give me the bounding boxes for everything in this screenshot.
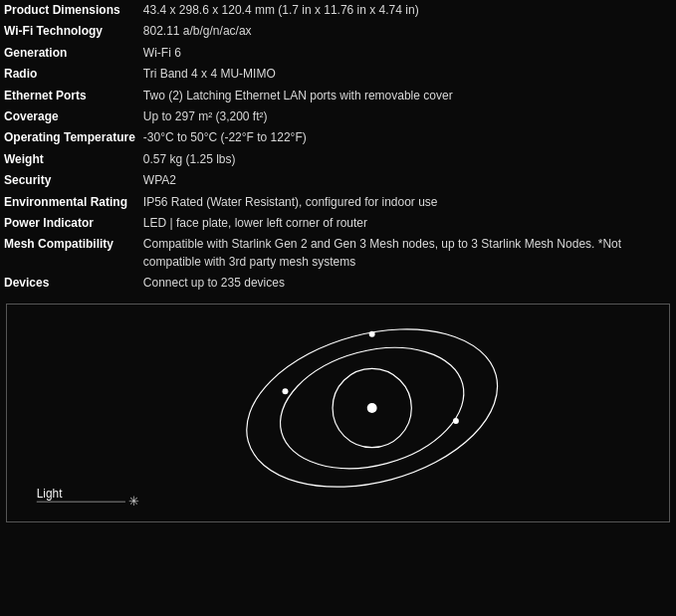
spec-row: Product Dimensions43.4 x 298.6 x 120.4 m… bbox=[0, 0, 676, 21]
spec-label: Environmental Rating bbox=[0, 192, 139, 213]
spec-row: SecurityWPA2 bbox=[0, 170, 676, 191]
diagram-section: ✳ Light bbox=[6, 304, 670, 522]
spec-label: Operating Temperature bbox=[0, 127, 139, 148]
spec-label: Generation bbox=[0, 43, 139, 64]
svg-point-5 bbox=[453, 418, 459, 424]
spec-row: Mesh CompatibilityCompatible with Starli… bbox=[0, 234, 676, 273]
spec-label: Coverage bbox=[0, 106, 139, 127]
spec-label: Devices bbox=[0, 273, 139, 294]
spec-label: Radio bbox=[0, 64, 139, 85]
svg-point-6 bbox=[369, 331, 375, 337]
spec-label: Power Indicator bbox=[0, 213, 139, 234]
spec-row: Ethernet PortsTwo (2) Latching Ethernet … bbox=[0, 86, 676, 106]
spec-value: Two (2) Latching Ethernet LAN ports with… bbox=[139, 86, 676, 106]
spec-label: Wi-Fi Technology bbox=[0, 21, 139, 42]
spec-value: Connect up to 235 devices bbox=[139, 273, 676, 294]
spec-value: Up to 297 m² (3,200 ft²) bbox=[139, 106, 676, 127]
spec-value: 802.11 a/b/g/n/ac/ax bbox=[139, 21, 676, 42]
svg-text:✳: ✳ bbox=[128, 495, 139, 510]
spec-value: Compatible with Starlink Gen 2 and Gen 3… bbox=[139, 234, 676, 273]
spec-value: LED | face plate, lower left corner of r… bbox=[139, 213, 676, 234]
spec-label: Ethernet Ports bbox=[0, 86, 139, 106]
spec-value: -30°C to 50°C (-22°F to 122°F) bbox=[139, 127, 676, 148]
spec-row: Power IndicatorLED | face plate, lower l… bbox=[0, 213, 676, 234]
spec-row: Wi-Fi Technology802.11 a/b/g/n/ac/ax bbox=[0, 21, 676, 42]
spec-value: WPA2 bbox=[139, 170, 676, 191]
spec-value: IP56 Rated (Water Resistant), configured… bbox=[139, 192, 676, 213]
spec-row: Environmental RatingIP56 Rated (Water Re… bbox=[0, 192, 676, 213]
spec-label: Weight bbox=[0, 149, 139, 170]
svg-point-3 bbox=[367, 404, 377, 414]
spec-row: CoverageUp to 297 m² (3,200 ft²) bbox=[0, 106, 676, 127]
spec-value: Tri Band 4 x 4 MU-MIMO bbox=[139, 64, 676, 85]
spec-label: Product Dimensions bbox=[0, 0, 139, 21]
spec-row: RadioTri Band 4 x 4 MU-MIMO bbox=[0, 64, 676, 85]
spec-value: Wi-Fi 6 bbox=[139, 43, 676, 64]
spec-label: Mesh Compatibility bbox=[0, 234, 139, 273]
specs-table: Product Dimensions43.4 x 298.6 x 120.4 m… bbox=[0, 0, 676, 294]
svg-point-4 bbox=[283, 389, 289, 395]
spec-row: GenerationWi-Fi 6 bbox=[0, 43, 676, 64]
spec-row: Weight0.57 kg (1.25 lbs) bbox=[0, 149, 676, 170]
spec-row: Operating Temperature-30°C to 50°C (-22°… bbox=[0, 127, 676, 148]
spec-value: 43.4 x 298.6 x 120.4 mm (1.7 in x 11.76 … bbox=[139, 0, 676, 21]
spec-value: 0.57 kg (1.25 lbs) bbox=[139, 149, 676, 170]
spec-label: Security bbox=[0, 170, 139, 191]
svg-text:Light: Light bbox=[37, 488, 63, 502]
spec-row: DevicesConnect up to 235 devices bbox=[0, 273, 676, 294]
